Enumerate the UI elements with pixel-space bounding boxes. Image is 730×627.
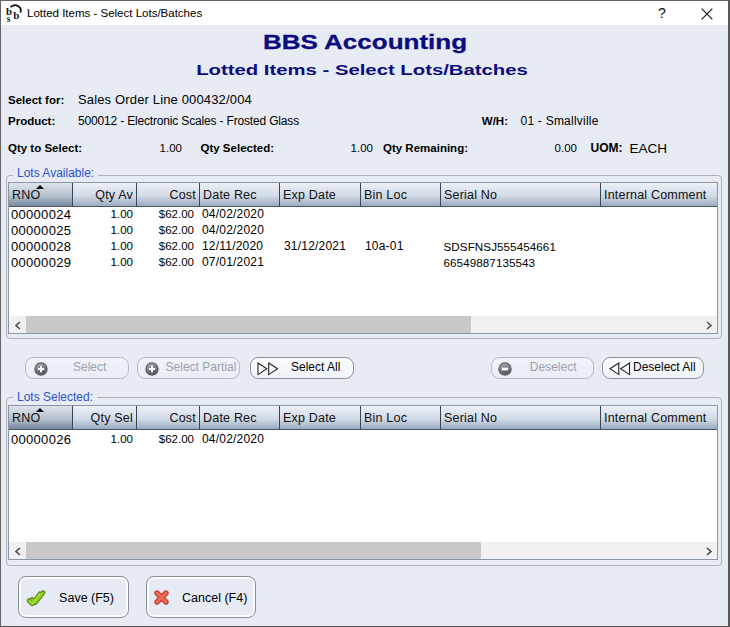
svg-text:b: b xyxy=(13,9,19,21)
svg-text:s: s xyxy=(7,14,11,24)
